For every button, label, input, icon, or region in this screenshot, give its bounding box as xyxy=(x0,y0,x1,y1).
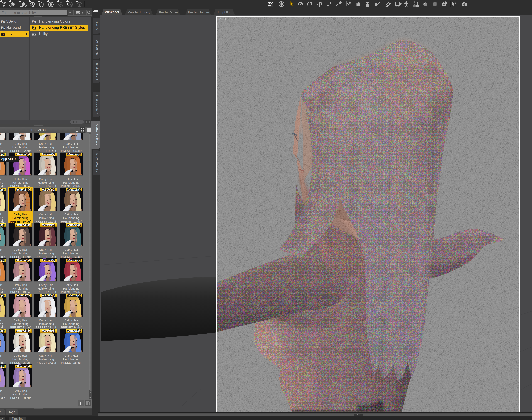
svg-text:S: S xyxy=(33,27,35,29)
svg-text:S: S xyxy=(2,21,4,23)
svg-text:S: S xyxy=(2,33,4,35)
svg-text:S: S xyxy=(2,27,4,29)
svg-text:S: S xyxy=(33,33,35,35)
svg-text:S: S xyxy=(33,21,35,23)
